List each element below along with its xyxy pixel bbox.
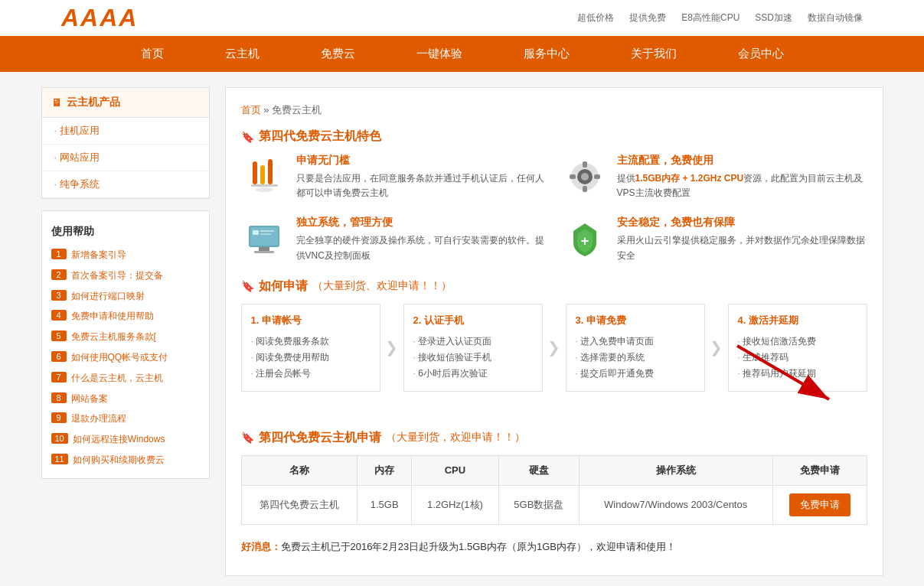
help-item-5: 5 免费云主机服务条款[	[42, 327, 209, 347]
cell-apply-btn[interactable]: 免费申请	[772, 485, 867, 524]
cell-os: Window7/Windows 2003/Centos	[579, 485, 772, 524]
svg-rect-8	[583, 161, 587, 168]
product-icon: 🖥	[51, 96, 62, 109]
nav-home[interactable]: 首页	[110, 36, 194, 72]
top-link-1: 超低价格	[577, 11, 614, 24]
help-section: 使用帮助 1 新增备案引导 2 首次备案引导：提交备 3 如何进行端口映射 4 …	[41, 210, 210, 479]
svg-rect-0	[253, 161, 257, 184]
breadcrumb: 首页 » 免费云主机	[241, 103, 867, 117]
col-memory: 内存	[358, 455, 411, 485]
sidebar-item-website[interactable]: 网站应用	[42, 145, 209, 171]
svg-rect-14	[259, 247, 269, 251]
cell-disk: 5GB数据盘	[499, 485, 580, 524]
top-link-3: E8高性能CPU	[681, 11, 740, 24]
help-item-3: 3 如何进行端口映射	[42, 286, 209, 307]
nav-service[interactable]: 服务中心	[493, 36, 600, 72]
breadcrumb-home[interactable]: 首页	[241, 104, 261, 116]
step-1: 1. 申请帐号 阅读免费服务条款 阅读免费使用帮助 注册会员帐号	[241, 304, 380, 392]
good-news: 好消息：免费云主机已于2016年2月23日起升级为1.5GB内存（原为1GB内存…	[241, 534, 867, 560]
main-nav: 首页 云主机 免费云 一键体验 服务中心 关于我们 会员中心	[0, 36, 924, 72]
feature-section-title: 第四代免费云主机特色	[241, 129, 867, 145]
col-name: 名称	[241, 455, 358, 485]
svg-rect-2	[268, 159, 273, 184]
cell-memory: 1.5GB	[358, 485, 411, 524]
feature-grid: 申请无门槛 只要是合法应用，在同意服务条款并通过手机认证后，任何人都可以申请免费…	[241, 154, 867, 263]
svg-rect-10	[570, 174, 576, 179]
feature-text-4: 安全稳定，免费也有保障 采用火山云引擎提供稳定服务，并对数据作冗余处理保障数据安…	[617, 216, 867, 262]
top-bar: AAAA 超低价格 提供免费 E8高性能CPU SSD加速 数据自动镜像	[0, 0, 924, 36]
sidebar: 🖥 云主机产品 挂机应用 网站应用 纯争系统 使用帮助 1 新增备案引导 2 首…	[41, 87, 210, 576]
feature-item-4: + 安全稳定，免费也有保障 采用火山云引擎提供稳定服务，并对数据作冗余处理保障数…	[562, 216, 867, 262]
svg-rect-15	[254, 251, 274, 253]
content-area: 首页 » 免费云主机 第四代免费云主机特色	[225, 87, 883, 576]
cell-cpu: 1.2GHz(1核)	[411, 485, 498, 524]
feature-text-1: 申请无门槛 只要是合法应用，在同意服务条款并通过手机认证后，任何人都可以申请免费…	[296, 154, 547, 200]
step-arrow-3: ❯	[705, 304, 728, 392]
svg-rect-18	[260, 233, 271, 235]
step-4: 4. 激活并延期 接收短信激活免费 生成推荐码 推荐码用户获延期	[728, 304, 867, 392]
help-item-2: 2 首次备案引导：提交备	[42, 265, 209, 286]
step-3: 3. 申请免费 进入免费申请页面 选择需要的系统 提交后即开通免费	[566, 304, 705, 392]
step-arrow-2: ❯	[543, 304, 566, 392]
nav-one-click[interactable]: 一键体验	[386, 36, 493, 72]
product-title: 🖥 云主机产品	[42, 88, 209, 118]
svg-point-7	[581, 173, 589, 181]
help-item-8: 8 网站备案	[42, 389, 209, 409]
feature-text-3: 独立系统，管理方便 完全独享的硬件资源及操作系统，可自行安装需要的软件。提供VN…	[296, 216, 547, 262]
feature-item-2: 主流配置，免费使用 提供1.5GB内存 + 1.2GHz CPU资源，此配置为目…	[562, 154, 867, 200]
col-cpu: CPU	[411, 455, 498, 485]
top-link-4: SSD加速	[755, 11, 792, 24]
step-arrow-1: ❯	[380, 304, 403, 392]
steps-wrapper: 1. 申请帐号 阅读免费服务条款 阅读免费使用帮助 注册会员帐号 ❯ 2. 认证…	[241, 304, 867, 392]
step-2: 2. 认证手机 登录进入认证页面 接收短信验证手机 6小时后再次验证	[403, 304, 543, 392]
logo: AAAA	[61, 4, 138, 32]
help-item-1: 1 新增备案引导	[42, 245, 209, 265]
feature-icon-2	[562, 154, 608, 200]
help-item-4: 4 免费申请和使用帮助	[42, 306, 209, 327]
main-container: 🖥 云主机产品 挂机应用 网站应用 纯争系统 使用帮助 1 新增备案引导 2 首…	[41, 87, 883, 576]
feature-icon-1	[241, 154, 287, 200]
svg-rect-1	[260, 165, 265, 184]
nav-free-cloud[interactable]: 免费云	[290, 36, 386, 72]
sidebar-item-pure[interactable]: 纯争系统	[42, 171, 209, 198]
help-item-11: 11 如何购买和续期收费云	[42, 450, 209, 470]
apply-button[interactable]: 免费申请	[789, 493, 851, 516]
help-item-6: 6 如何使用QQ帐号或支付	[42, 347, 209, 368]
feature-item-1: 申请无门槛 只要是合法应用，在同意服务条款并通过手机认证后，任何人都可以申请免费…	[241, 154, 547, 200]
how-section-title: 如何申请 （大量到货、欢迎申请！！）	[241, 278, 867, 295]
nav-member[interactable]: 会员中心	[707, 36, 815, 72]
product-nav: 挂机应用 网站应用 纯争系统	[42, 118, 209, 198]
col-disk: 硬盘	[499, 455, 580, 485]
svg-rect-11	[594, 174, 600, 179]
breadcrumb-current: 免费云主机	[272, 104, 322, 116]
help-item-9: 9 退款办理流程	[42, 409, 209, 429]
sidebar-item-hosting[interactable]: 挂机应用	[42, 118, 209, 145]
svg-rect-3	[251, 184, 278, 187]
top-link-2: 提供免费	[629, 11, 666, 24]
svg-text:+: +	[580, 233, 589, 249]
svg-rect-16	[253, 230, 259, 235]
svg-point-4	[255, 187, 273, 192]
apply-table: 名称 内存 CPU 硬盘 操作系统 免费申请 第四代免费云主机 1.5GB 1.…	[241, 455, 867, 525]
svg-rect-17	[260, 230, 274, 232]
apply-section-title: 第四代免费云主机申请 （大量到货，欢迎申请！！）	[241, 430, 867, 446]
feature-text-2: 主流配置，免费使用 提供1.5GB内存 + 1.2GHz CPU资源，此配置为目…	[617, 154, 867, 200]
help-title: 使用帮助	[42, 219, 209, 245]
top-links: 超低价格 提供免费 E8高性能CPU SSD加速 数据自动镜像	[577, 11, 863, 24]
help-item-7: 7 什么是云主机，云主机	[42, 368, 209, 389]
svg-rect-13	[250, 227, 278, 246]
col-os: 操作系统	[579, 455, 772, 485]
feature-icon-4: +	[562, 216, 608, 262]
svg-rect-9	[583, 186, 587, 192]
top-link-5: 数据自动镜像	[808, 11, 863, 24]
table-row: 第四代免费云主机 1.5GB 1.2GHz(1核) 5GB数据盘 Window7…	[241, 485, 867, 524]
col-apply: 免费申请	[772, 455, 867, 485]
steps: 1. 申请帐号 阅读免费服务条款 阅读免费使用帮助 注册会员帐号 ❯ 2. 认证…	[241, 304, 867, 392]
feature-icon-3	[241, 216, 287, 262]
nav-cloud-host[interactable]: 云主机	[194, 36, 290, 72]
nav-about[interactable]: 关于我们	[600, 36, 707, 72]
cell-name: 第四代免费云主机	[241, 485, 358, 524]
help-item-10: 10 如何远程连接Windows	[42, 429, 209, 450]
feature-item-3: 独立系统，管理方便 完全独享的硬件资源及操作系统，可自行安装需要的软件。提供VN…	[241, 216, 547, 262]
product-section: 🖥 云主机产品 挂机应用 网站应用 纯争系统	[41, 87, 210, 199]
